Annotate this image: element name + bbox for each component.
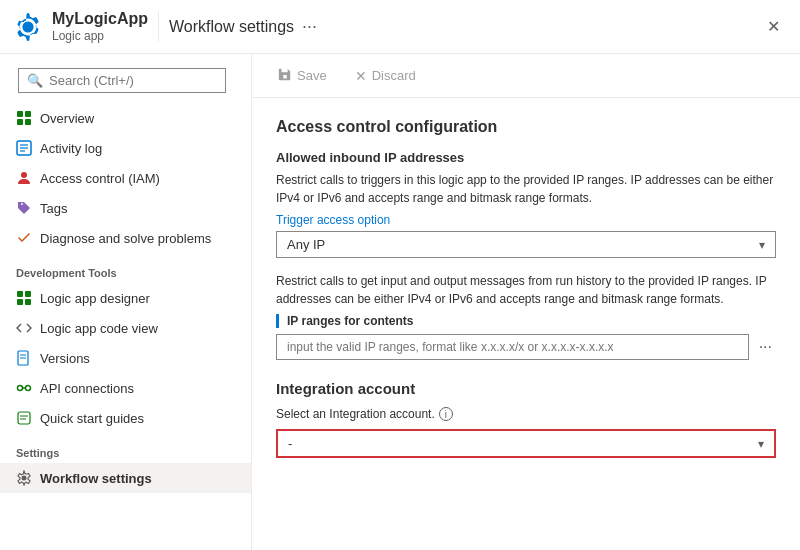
- sidebar-label-api-connections: API connections: [40, 381, 134, 396]
- discard-label: Discard: [372, 68, 416, 83]
- integration-dropdown-value: -: [288, 436, 292, 451]
- main-layout: 🔍 « Overview Activity log: [0, 54, 800, 550]
- sidebar-item-versions[interactable]: Versions: [0, 343, 251, 373]
- save-button[interactable]: Save: [272, 63, 333, 88]
- integration-select-label: Select an Integration account. i: [276, 407, 776, 421]
- app-name: MyLogicApp: [52, 10, 148, 28]
- workflow-title: Workflow settings: [169, 18, 294, 36]
- app-title-group: MyLogicApp Logic app: [52, 10, 148, 43]
- sidebar-label-quickstart: Quick start guides: [40, 411, 144, 426]
- versions-icon: [16, 350, 32, 366]
- sidebar-label-workflow-settings: Workflow settings: [40, 471, 152, 486]
- save-icon: [278, 67, 292, 84]
- overview-icon: [16, 110, 32, 126]
- diagnose-icon: [16, 230, 32, 246]
- search-input[interactable]: [49, 73, 217, 88]
- svg-rect-10: [25, 291, 31, 297]
- sidebar-label-designer: Logic app designer: [40, 291, 150, 306]
- integration-account-dropdown[interactable]: - ▾: [276, 429, 776, 458]
- svg-rect-1: [25, 111, 31, 117]
- dev-tools-header: Development Tools: [0, 253, 251, 283]
- sidebar: 🔍 « Overview Activity log: [0, 54, 252, 550]
- sidebar-label-versions: Versions: [40, 351, 90, 366]
- search-icon: 🔍: [27, 73, 43, 88]
- sidebar-label-overview: Overview: [40, 111, 94, 126]
- discard-button[interactable]: ✕ Discard: [349, 64, 422, 88]
- sidebar-item-access-control[interactable]: Access control (IAM): [0, 163, 251, 193]
- ip-ranges-input[interactable]: [276, 334, 749, 360]
- sidebar-item-api-connections[interactable]: API connections: [0, 373, 251, 403]
- svg-point-8: [21, 172, 27, 178]
- access-control-section: Access control configuration Allowed inb…: [276, 118, 776, 360]
- svg-rect-11: [17, 299, 23, 305]
- ip-input-row: ···: [276, 334, 776, 360]
- designer-icon: [16, 290, 32, 306]
- api-icon: [16, 380, 32, 396]
- section-title: Access control configuration: [276, 118, 776, 136]
- dropdown-value: Any IP: [287, 237, 325, 252]
- code-icon: [16, 320, 32, 336]
- svg-rect-19: [18, 412, 30, 424]
- ip-ranges-label: IP ranges for contents: [276, 314, 776, 328]
- sidebar-item-tags[interactable]: Tags: [0, 193, 251, 223]
- workflow-settings-icon: [16, 470, 32, 486]
- tags-icon: [16, 200, 32, 216]
- svg-point-22: [22, 476, 27, 481]
- save-label: Save: [297, 68, 327, 83]
- activity-log-icon: [16, 140, 32, 156]
- sidebar-item-overview[interactable]: Overview: [0, 103, 251, 133]
- ip-more-options-icon[interactable]: ···: [755, 334, 776, 360]
- sidebar-label-activity-log: Activity log: [40, 141, 102, 156]
- discard-icon: ✕: [355, 68, 367, 84]
- settings-header: Settings: [0, 433, 251, 463]
- integration-title: Integration account: [276, 380, 776, 397]
- search-box[interactable]: 🔍: [18, 68, 226, 93]
- sidebar-label-access-control: Access control (IAM): [40, 171, 160, 186]
- sidebar-scroll: Overview Activity log Access control (IA…: [0, 103, 251, 550]
- integration-account-section: Integration account Select an Integratio…: [276, 380, 776, 458]
- svg-point-17: [26, 386, 31, 391]
- sidebar-item-diagnose[interactable]: Diagnose and solve problems: [0, 223, 251, 253]
- trigger-access-dropdown[interactable]: Any IP ▾: [276, 231, 776, 258]
- description-contents: Restrict calls to get input and output m…: [276, 272, 776, 308]
- svg-point-16: [18, 386, 23, 391]
- info-icon[interactable]: i: [439, 407, 453, 421]
- chevron-down-icon: ▾: [759, 238, 765, 252]
- header-separator: [158, 12, 159, 42]
- svg-rect-3: [25, 119, 31, 125]
- trigger-access-label: Trigger access option: [276, 213, 776, 227]
- sidebar-item-activity-log[interactable]: Activity log: [0, 133, 251, 163]
- sidebar-item-designer[interactable]: Logic app designer: [0, 283, 251, 313]
- svg-rect-12: [25, 299, 31, 305]
- sidebar-item-quickstart[interactable]: Quick start guides: [0, 403, 251, 433]
- sidebar-label-diagnose: Diagnose and solve problems: [40, 231, 211, 246]
- more-options-icon[interactable]: ···: [302, 16, 317, 37]
- allowed-ip-title: Allowed inbound IP addresses: [276, 150, 776, 165]
- svg-rect-0: [17, 111, 23, 117]
- svg-rect-9: [17, 291, 23, 297]
- quickstart-icon: [16, 410, 32, 426]
- iam-icon: [16, 170, 32, 186]
- content-area: Save ✕ Discard Access control configurat…: [252, 54, 800, 550]
- toolbar: Save ✕ Discard: [252, 54, 800, 98]
- sidebar-label-code-view: Logic app code view: [40, 321, 158, 336]
- sidebar-label-tags: Tags: [40, 201, 67, 216]
- close-icon[interactable]: ✕: [761, 13, 786, 40]
- description-trigger: Restrict calls to triggers in this logic…: [276, 171, 776, 207]
- collapse-button[interactable]: «: [244, 69, 252, 93]
- svg-rect-2: [17, 119, 23, 125]
- app-type: Logic app: [52, 29, 148, 43]
- app-header: MyLogicApp Logic app Workflow settings ·…: [0, 0, 800, 54]
- sidebar-item-code-view[interactable]: Logic app code view: [0, 313, 251, 343]
- content-scroll: Access control configuration Allowed inb…: [252, 98, 800, 550]
- gear-icon: [14, 13, 42, 41]
- integration-chevron-down-icon: ▾: [758, 437, 764, 451]
- sidebar-item-workflow-settings[interactable]: Workflow settings: [0, 463, 251, 493]
